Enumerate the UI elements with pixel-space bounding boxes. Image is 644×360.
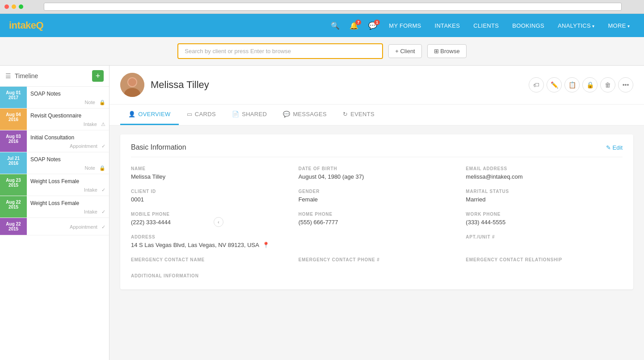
item-title: SOAP Notes bbox=[30, 91, 61, 97]
tab-messages-label: MESSAGES bbox=[293, 111, 326, 117]
list-item[interactable]: Aug 01 2017 SOAP Notes Note 🔒 bbox=[0, 87, 109, 109]
edit-button[interactable]: ✏️ bbox=[547, 77, 562, 92]
month-label: Jul 21 bbox=[7, 156, 20, 161]
field-emergency-rel: EMERGENCY CONTACT RELATIONSHIP bbox=[466, 257, 623, 264]
field-emergency-phone: EMERGENCY CONTACT PHONE # bbox=[299, 257, 455, 264]
item-content: Initial Consultation bbox=[27, 130, 109, 142]
field-apt: APT./UNIT # bbox=[466, 234, 623, 248]
browse-button[interactable]: ⊞ Browse bbox=[427, 44, 467, 58]
date-badge: Aug 01 2017 bbox=[0, 87, 27, 108]
year-label: 2016 bbox=[8, 117, 18, 122]
search-input[interactable] bbox=[177, 43, 383, 59]
dob-value: August 04, 1980 (age 37) bbox=[299, 173, 455, 180]
notifications-button[interactable]: 🔔 7 bbox=[346, 19, 362, 33]
item-type: Appointment ✓ bbox=[27, 142, 109, 152]
month-label: Aug 01 bbox=[6, 90, 21, 95]
item-title: Weight Loss Female bbox=[30, 200, 79, 206]
list-item[interactable]: Jul 21 2016 SOAP Notes Note 🔒 bbox=[0, 152, 109, 174]
messages-icon: 💬 bbox=[283, 111, 290, 117]
marital-value: Married bbox=[466, 196, 623, 203]
nav-bookings[interactable]: BOOKINGS bbox=[507, 20, 550, 32]
field-mobile: MOBILE PHONE (222) 333-4444 bbox=[131, 212, 288, 226]
date-badge: Aug 22 2015 bbox=[0, 218, 27, 235]
nav-right: 🔍 🔔 7 💬 1 MY FORMS INTAKES CLIENTS BOOKI… bbox=[327, 19, 635, 33]
delete-button[interactable]: 🗑 bbox=[600, 77, 615, 92]
year-label: 2016 bbox=[8, 161, 18, 166]
item-body: Initial Consultation Appointment ✓ bbox=[27, 130, 109, 152]
field-home-phone: HOME PHONE (555) 666-7777 bbox=[299, 212, 455, 226]
field-gender: GENDER Female bbox=[299, 189, 455, 203]
lock-button[interactable]: 🔒 bbox=[582, 77, 598, 92]
year-label: 2017 bbox=[8, 95, 18, 100]
item-type: Intake ✓ bbox=[27, 208, 109, 218]
search-icon-button[interactable]: 🔍 bbox=[327, 19, 343, 33]
nav-clients[interactable]: CLIENTS bbox=[468, 20, 504, 32]
logo: intakeQ bbox=[9, 20, 43, 31]
list-item[interactable]: Aug 04 2016 Revisit Questionnaire Intake… bbox=[0, 109, 109, 130]
tabs-bar: 👤 OVERVIEW ▭ CARDS 📄 SHARED 💬 MESSAGES ↻… bbox=[109, 105, 644, 126]
emergency-name-label: EMERGENCY CONTACT NAME bbox=[131, 257, 288, 262]
avatar bbox=[120, 73, 144, 97]
field-emergency-name: EMERGENCY CONTACT NAME bbox=[131, 257, 288, 264]
gender-label: GENDER bbox=[299, 189, 455, 194]
email-label: EMAIL ADDRESS bbox=[466, 166, 623, 171]
list-item[interactable]: Aug 03 2016 Initial Consultation Appoint… bbox=[0, 130, 109, 152]
mobile-value: (222) 333-4444 bbox=[131, 219, 288, 226]
sidebar-title: Timeline bbox=[15, 72, 38, 80]
tab-shared[interactable]: 📄 SHARED bbox=[224, 105, 275, 125]
address-value: 14 S Las Vegas Blvd, Las Vegas, NV 89123… bbox=[131, 242, 455, 248]
item-body: Weight Loss Female Intake ✓ bbox=[27, 196, 109, 218]
hamburger-icon[interactable]: ☰ bbox=[5, 72, 11, 80]
messages-button[interactable]: 💬 1 bbox=[365, 19, 381, 33]
browse-label: ⊞ Browse bbox=[434, 48, 460, 54]
month-label: Aug 03 bbox=[6, 134, 21, 139]
minimize-dot[interactable] bbox=[12, 4, 16, 9]
date-badge: Aug 03 2016 bbox=[0, 130, 27, 152]
nav-my-forms[interactable]: MY FORMS bbox=[383, 20, 426, 32]
item-title: SOAP Notes bbox=[30, 156, 61, 163]
add-timeline-button[interactable]: + bbox=[92, 70, 104, 82]
nav-analytics[interactable]: ANALYTICS bbox=[552, 20, 600, 32]
item-content: Weight Loss Female bbox=[27, 174, 109, 186]
field-marital: MARITAL STATUS Married bbox=[466, 189, 623, 203]
tab-overview[interactable]: 👤 OVERVIEW bbox=[120, 105, 179, 125]
section-title: Basic Information bbox=[131, 143, 186, 151]
tab-messages[interactable]: 💬 MESSAGES bbox=[275, 105, 335, 125]
close-dot[interactable] bbox=[4, 4, 9, 9]
collapse-sidebar-button[interactable]: ‹ bbox=[214, 217, 223, 227]
more-button[interactable]: ••• bbox=[618, 77, 633, 92]
cards-icon: ▭ bbox=[187, 111, 192, 117]
email-value: melissa@intakeq.com bbox=[466, 173, 623, 180]
search-bar-area: + Client ⊞ Browse bbox=[0, 37, 644, 66]
item-type: Note 🔒 bbox=[27, 99, 109, 108]
work-phone-label: WORK PHONE bbox=[466, 212, 623, 217]
nav-intakes[interactable]: INTAKES bbox=[429, 20, 466, 32]
year-label: 2016 bbox=[8, 139, 18, 144]
maximize-dot[interactable] bbox=[19, 4, 23, 9]
field-client-id: CLIENT ID 0001 bbox=[131, 189, 288, 203]
tab-cards[interactable]: ▭ CARDS bbox=[179, 105, 224, 125]
nav-more[interactable]: MORE bbox=[602, 20, 635, 32]
gender-value: Female bbox=[299, 196, 455, 203]
add-client-label: + Client bbox=[395, 48, 415, 54]
tab-events[interactable]: ↻ EVENTS bbox=[335, 105, 383, 125]
list-item[interactable]: Aug 22 2015 Appointment ✓ bbox=[0, 218, 109, 235]
item-title: Revisit Questionnaire bbox=[30, 113, 81, 119]
mobile-label: MOBILE PHONE bbox=[131, 212, 288, 217]
list-item[interactable]: Aug 23 2015 Weight Loss Female Intake ✓ bbox=[0, 174, 109, 196]
tab-cards-label: CARDS bbox=[195, 111, 216, 117]
map-pin-icon[interactable]: 📍 bbox=[262, 242, 269, 248]
copy-button[interactable]: 📋 bbox=[564, 77, 580, 92]
item-content bbox=[27, 218, 109, 223]
edit-link[interactable]: ✎ Edit bbox=[606, 144, 623, 151]
item-title: Weight Loss Female bbox=[30, 178, 79, 184]
list-item[interactable]: Aug 22 2015 Weight Loss Female Intake ✓ bbox=[0, 196, 109, 218]
add-client-button[interactable]: + Client bbox=[388, 44, 421, 58]
home-phone-label: HOME PHONE bbox=[299, 212, 455, 217]
apt-label: APT./UNIT # bbox=[466, 234, 623, 239]
client-header: Melissa Tilley 🏷 ✏️ 📋 🔒 🗑 ••• bbox=[109, 66, 644, 105]
basic-info-section: Basic Information ✎ Edit NAME Melissa Ti… bbox=[120, 134, 633, 289]
tag-button[interactable]: 🏷 bbox=[529, 77, 544, 92]
content-area: Melissa Tilley 🏷 ✏️ 📋 🔒 🗑 ••• 👤 OVERVIEW… bbox=[109, 66, 644, 360]
dob-label: DATE OF BIRTH bbox=[299, 166, 455, 171]
